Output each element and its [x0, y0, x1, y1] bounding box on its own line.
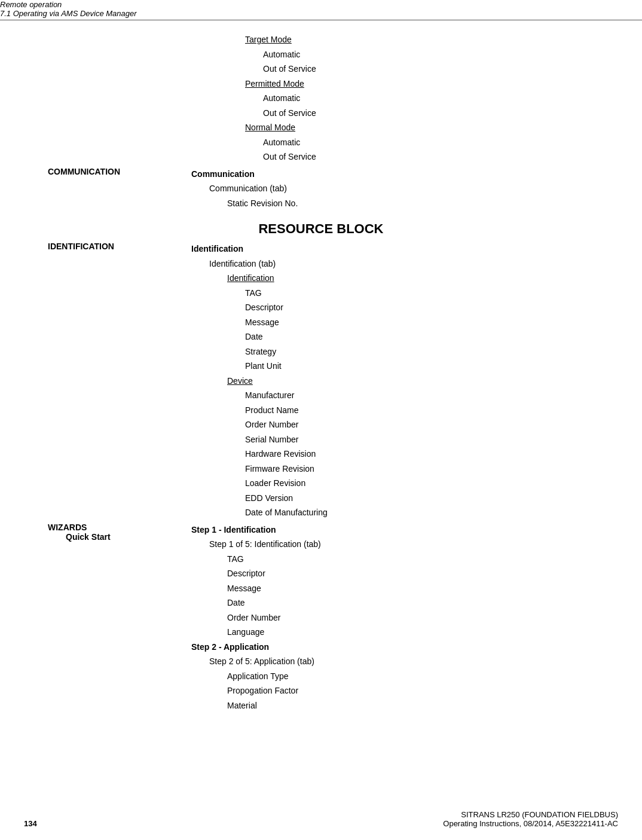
normal-mode-label: Normal Mode	[191, 120, 618, 135]
footer-right: SITRANS LR250 (FOUNDATION FIELDBUS) Oper…	[443, 810, 618, 828]
step2-tab: Step 2 of 5: Application (tab)	[191, 654, 321, 669]
step1-descriptor: Descriptor	[191, 566, 321, 581]
target-out-of-service: Out of Service	[191, 62, 618, 77]
step2-propogation-factor: Propogation Factor	[191, 683, 321, 698]
page-header: Remote operation 7.1 Operating via AMS D…	[0, 0, 642, 20]
id-message: Message	[191, 315, 328, 330]
permitted-out-of-service: Out of Service	[191, 106, 618, 121]
static-revision: Static Revision No.	[191, 196, 298, 211]
footer-page-number: 134	[24, 818, 37, 828]
identification-section-label: IDENTIFICATION	[24, 242, 191, 520]
step1-identification-heading: Step 1 - Identification	[191, 523, 321, 537]
page-footer: 134 SITRANS LR250 (FOUNDATION FIELDBUS) …	[0, 810, 642, 828]
wizards-section: WIZARDS Quick Start Step 1 - Identificat…	[24, 523, 618, 713]
footer-product-name: SITRANS LR250 (FOUNDATION FIELDBUS)	[443, 810, 618, 819]
wizards-section-labels: WIZARDS Quick Start	[24, 523, 191, 713]
section-title: 7.1 Operating via AMS Device Manager	[0, 9, 642, 18]
device-date-of-manufacturing: Date of Manufacturing	[191, 505, 328, 520]
step1-language: Language	[191, 625, 321, 640]
id-plant-unit: Plant Unit	[191, 359, 328, 374]
step1-order-number: Order Number	[191, 610, 321, 625]
step2-material: Material	[191, 698, 321, 713]
id-strategy: Strategy	[191, 344, 328, 359]
step1-date: Date	[191, 595, 321, 610]
id-descriptor: Descriptor	[191, 300, 328, 315]
permitted-automatic: Automatic	[191, 91, 618, 106]
id-tag: TAG	[191, 286, 328, 301]
identification-section: IDENTIFICATION Identification Identifica…	[24, 242, 618, 520]
communication-tab: Communication (tab)	[191, 181, 298, 196]
mode-tree: Target Mode Automatic Out of Service Per…	[191, 32, 618, 164]
permitted-mode-label: Permitted Mode	[191, 77, 618, 91]
device-order-number: Order Number	[191, 417, 328, 432]
normal-out-of-service: Out of Service	[191, 149, 618, 164]
identification-item: Identification	[191, 242, 328, 256]
resource-block-title: RESOURCE BLOCK	[24, 221, 618, 237]
step1-message: Message	[191, 581, 321, 596]
footer-doc-info: Operating Instructions, 08/2014, A5E3222…	[443, 819, 618, 828]
communication-item: Communication	[191, 167, 298, 182]
identification-tab: Identification (tab)	[191, 256, 328, 271]
device-serial-number: Serial Number	[191, 432, 328, 447]
communication-section: COMMUNICATION Communication Communicatio…	[24, 167, 618, 211]
step1-tag: TAG	[191, 552, 321, 567]
target-mode-label: Target Mode	[191, 32, 618, 47]
communication-tree: Communication Communication (tab) Static…	[191, 167, 298, 211]
step2-application-heading: Step 2 - Application	[191, 640, 321, 655]
identification-tree: Identification Identification (tab) Iden…	[191, 242, 328, 520]
id-date: Date	[191, 329, 328, 344]
step1-tab: Step 1 of 5: Identification (tab)	[191, 537, 321, 552]
target-automatic: Automatic	[191, 47, 618, 62]
device-firmware-revision: Firmware Revision	[191, 462, 328, 476]
wizards-tree: Step 1 - Identification Step 1 of 5: Ide…	[191, 523, 321, 713]
device-sub: Device	[191, 374, 328, 389]
device-product-name: Product Name	[191, 403, 328, 418]
normal-automatic: Automatic	[191, 135, 618, 150]
step2-application-type: Application Type	[191, 669, 321, 684]
identification-sub: Identification	[191, 271, 328, 286]
device-loader-revision: Loader Revision	[191, 476, 328, 491]
device-edd-version: EDD Version	[191, 491, 328, 506]
chapter-title: Remote operation	[0, 0, 642, 9]
device-hardware-revision: Hardware Revision	[191, 447, 328, 462]
device-manufacturer: Manufacturer	[191, 388, 328, 403]
communication-section-label: COMMUNICATION	[24, 167, 191, 211]
